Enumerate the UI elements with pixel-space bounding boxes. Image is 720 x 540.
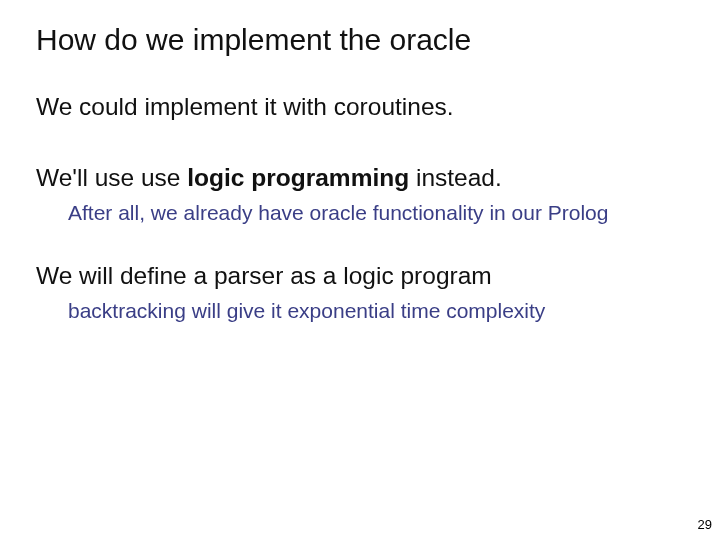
paragraph-2-post: instead. <box>409 164 502 191</box>
paragraph-3: We will define a parser as a logic progr… <box>36 261 684 292</box>
paragraph-1: We could implement it with coroutines. <box>36 92 684 123</box>
paragraph-2-bold: logic programming <box>187 164 409 191</box>
paragraph-2: We'll use use logic programming instead. <box>36 163 684 194</box>
subpoint-3: backtracking will give it exponential ti… <box>68 297 684 324</box>
subpoint-2: After all, we already have oracle functi… <box>68 199 684 226</box>
slide-title: How do we implement the oracle <box>36 22 684 58</box>
page-number: 29 <box>698 517 712 532</box>
spacer <box>36 129 684 163</box>
paragraph-2-pre: We'll use use <box>36 164 187 191</box>
slide: How do we implement the oracle We could … <box>0 0 720 540</box>
